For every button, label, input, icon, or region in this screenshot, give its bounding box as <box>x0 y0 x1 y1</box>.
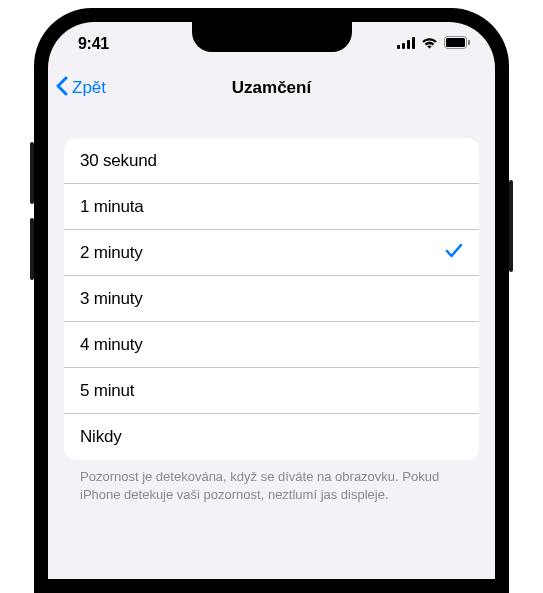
back-label: Zpět <box>72 78 106 98</box>
option-label: 4 minuty <box>80 335 143 355</box>
screen: 9:41 <box>48 22 495 579</box>
option-label: 30 sekund <box>80 151 157 171</box>
cellular-icon <box>397 35 415 53</box>
notch <box>192 22 352 52</box>
battery-icon <box>444 35 471 53</box>
autolock-option[interactable]: 30 sekund <box>64 138 479 184</box>
device-frame: 9:41 <box>0 0 543 593</box>
autolock-option[interactable]: 3 minuty <box>64 276 479 322</box>
autolock-option[interactable]: 5 minut <box>64 368 479 414</box>
autolock-option[interactable]: Nikdy <box>64 414 479 460</box>
option-label: 5 minut <box>80 381 134 401</box>
page-title: Uzamčení <box>232 78 311 98</box>
status-time: 9:41 <box>78 35 109 53</box>
checkmark-icon <box>445 243 463 263</box>
back-button[interactable]: Zpět <box>56 66 106 110</box>
option-label: 3 minuty <box>80 289 143 309</box>
status-indicators <box>397 35 471 53</box>
svg-rect-1 <box>402 43 405 49</box>
content: 30 sekund1 minuta2 minuty3 minuty4 minut… <box>48 110 495 503</box>
autolock-option[interactable]: 1 minuta <box>64 184 479 230</box>
option-label: 2 minuty <box>80 243 143 263</box>
autolock-options-list: 30 sekund1 minuta2 minuty3 minuty4 minut… <box>64 138 479 460</box>
svg-rect-5 <box>446 38 465 47</box>
option-label: 1 minuta <box>80 197 144 217</box>
wifi-icon <box>421 35 438 53</box>
autolock-option[interactable]: 4 minuty <box>64 322 479 368</box>
svg-rect-6 <box>468 40 470 45</box>
autolock-option[interactable]: 2 minuty <box>64 230 479 276</box>
svg-rect-3 <box>412 37 415 49</box>
power-button[interactable] <box>509 180 513 272</box>
phone-bezel: 9:41 <box>34 8 509 593</box>
svg-rect-2 <box>407 40 410 49</box>
option-label: Nikdy <box>80 427 122 447</box>
chevron-left-icon <box>56 76 68 101</box>
nav-bar: Zpět Uzamčení <box>48 66 495 110</box>
footer-note: Pozornost je detekována, když se díváte … <box>64 460 479 503</box>
svg-rect-0 <box>397 45 400 49</box>
